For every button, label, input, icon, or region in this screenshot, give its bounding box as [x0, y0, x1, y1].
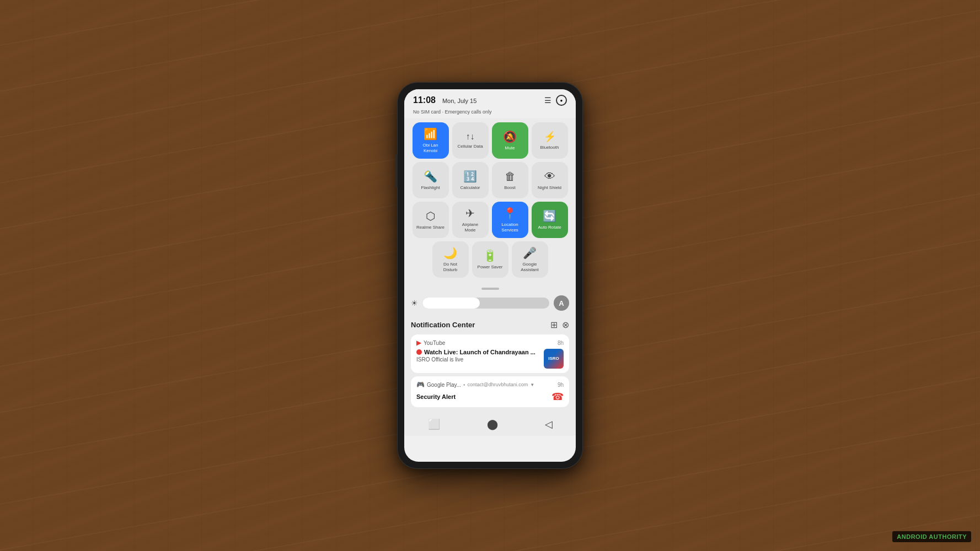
notif2-app-row: 🎮 Google Play... • contact@dhruvbhutani.…	[416, 381, 564, 388]
tile-googleassistant-label: GoogleAssistant	[521, 262, 538, 272]
notification-center: Notification Center ⊞ ⊗ ▶ YouTube 8h	[404, 314, 576, 414]
tile-calculator[interactable]: 🔢 Calculator	[452, 162, 489, 198]
notif-time-1: 8h	[558, 340, 564, 346]
nc-title: Notification Center	[411, 321, 475, 329]
notif-text-wrap-1: Watch Live: Launch of Chandrayaan ... IS…	[416, 349, 540, 363]
status-right-icons: ☰ ●	[544, 95, 567, 106]
tile-realmeshare[interactable]: ⬡ Realme Share	[413, 202, 449, 238]
recents-button[interactable]: ⬜	[428, 418, 440, 430]
notif-app-row: ▶ YouTube 8h	[416, 339, 564, 347]
notif-title-1: Watch Live: Launch of Chandrayaan ...	[416, 349, 540, 355]
brightness-track[interactable]	[422, 298, 549, 309]
security-action-icon[interactable]: ☎	[551, 391, 564, 403]
tile-donotdisturb-label: Do NotDisturb	[443, 262, 457, 272]
tile-cellular-label: Cellular Data	[457, 144, 483, 149]
mute-icon: 🔕	[503, 130, 517, 143]
settings-dot[interactable]: ●	[556, 95, 567, 106]
autorotate-icon: 🔄	[543, 209, 556, 223]
tile-boost[interactable]: 🗑 Boost	[492, 162, 528, 198]
phone-screen: 11:08 Mon, July 15 ☰ ● No SIM card · Eme…	[404, 89, 576, 462]
scroll-dot	[481, 288, 499, 290]
youtube-icon: ▶	[416, 339, 421, 347]
brightness-fill	[422, 298, 480, 309]
nc-list-icon[interactable]: ⊞	[550, 320, 558, 330]
notif-content-1: Watch Live: Launch of Chandrayaan ... IS…	[416, 349, 564, 369]
back-button[interactable]: ◁	[545, 418, 553, 430]
boost-icon: 🗑	[505, 170, 516, 183]
tile-location-label: LocationServices	[501, 222, 518, 233]
status-bar: 11:08 Mon, July 15 ☰ ●	[404, 89, 576, 108]
watermark-prefix: ANDROID	[897, 533, 927, 540]
donotdisturb-icon: 🌙	[443, 246, 457, 260]
nightshield-icon: 👁	[544, 170, 555, 183]
tile-bluetooth[interactable]: ⚡ Bluetooth	[532, 122, 568, 159]
auto-brightness-button[interactable]: A	[554, 295, 569, 311]
tile-location[interactable]: 📍 LocationServices	[492, 202, 528, 238]
notif2-separator: •	[463, 382, 465, 388]
quick-tiles-panel: 📶 Obi LanKenobi ↑↓ Cellular Data 🔕 Mute …	[404, 118, 576, 285]
scroll-indicator	[404, 285, 576, 292]
tile-flashlight[interactable]: 🔦 Flashlight	[413, 162, 449, 198]
googleassistant-icon: 🎤	[523, 246, 537, 260]
notif2-title: Security Alert	[416, 393, 456, 400]
youtube-label: YouTube	[424, 340, 445, 346]
notif2-title-row: Security Alert ☎	[416, 391, 564, 403]
notif-sub-1: ISRO Official is live	[416, 356, 540, 363]
nc-close-icon[interactable]: ⊗	[562, 320, 569, 330]
notif2-email: contact@dhruvbhutani.com	[468, 382, 528, 387]
brightness-bar[interactable]: ☀ A	[404, 292, 576, 314]
notif2-app-left: 🎮 Google Play... • contact@dhruvbhutani.…	[416, 381, 534, 388]
googleplay-icon: 🎮	[416, 381, 425, 388]
tile-cellular[interactable]: ↑↓ Cellular Data	[452, 122, 489, 159]
tile-mute[interactable]: 🔕 Mute	[492, 122, 528, 159]
tile-boost-label: Boost	[504, 185, 515, 191]
nc-header: Notification Center ⊞ ⊗	[411, 320, 569, 330]
menu-icon: ☰	[544, 96, 551, 105]
live-dot	[416, 349, 422, 355]
notif-title-text-1: Watch Live: Launch of Chandrayaan ...	[424, 349, 535, 355]
tile-autorotate[interactable]: 🔄 Auto Rotate	[532, 202, 568, 238]
status-date: Mon, July 15	[442, 98, 476, 104]
tiles-row-4: 🌙 Do NotDisturb 🔋 Power Saver 🎤 GoogleAs…	[410, 241, 570, 278]
tile-googleassistant[interactable]: 🎤 GoogleAssistant	[512, 241, 548, 278]
flashlight-icon: 🔦	[424, 170, 437, 183]
watermark: ANDROID AUTHORITY	[892, 531, 971, 542]
powersaver-icon: 🔋	[483, 249, 497, 262]
tile-airplanemode-label: AirplaneMode	[462, 222, 478, 233]
tile-calculator-label: Calculator	[460, 185, 480, 191]
brightness-icon: ☀	[411, 299, 418, 307]
notif-thumb-1: ISRO	[544, 349, 564, 369]
tile-bluetooth-label: Bluetooth	[540, 145, 559, 150]
wifi-icon: 📶	[424, 127, 437, 141]
sim-status: No SIM card · Emergency calls only	[404, 108, 576, 118]
notification-security[interactable]: 🎮 Google Play... • contact@dhruvbhutani.…	[411, 376, 569, 407]
cellular-icon: ↑↓	[466, 132, 475, 142]
tile-airplanemode[interactable]: ✈ AirplaneMode	[452, 202, 489, 238]
location-icon: 📍	[503, 207, 517, 220]
tile-autorotate-label: Auto Rotate	[538, 225, 561, 230]
tile-nightshield-label: Night Shield	[538, 185, 561, 191]
tile-powersaver[interactable]: 🔋 Power Saver	[472, 241, 508, 278]
phone-body: 11:08 Mon, July 15 ☰ ● No SIM card · Eme…	[398, 83, 582, 468]
tiles-row-2: 🔦 Flashlight 🔢 Calculator 🗑 Boost 👁 Nigh…	[410, 162, 570, 198]
tile-powersaver-label: Power Saver	[478, 264, 503, 270]
nc-actions: ⊞ ⊗	[550, 320, 569, 330]
home-button[interactable]: ⬤	[487, 418, 498, 430]
bluetooth-icon: ⚡	[544, 131, 556, 143]
tile-wifi-label: Obi LanKenobi	[422, 143, 438, 153]
calculator-icon: 🔢	[463, 170, 477, 183]
tile-flashlight-label: Flashlight	[421, 185, 440, 191]
tiles-row-3: ⬡ Realme Share ✈ AirplaneMode 📍 Location…	[410, 202, 570, 238]
navigation-bar: ⬜ ⬤ ◁	[404, 414, 576, 436]
notif-app-name: ▶ YouTube	[416, 339, 445, 347]
notif-time-2: 9h	[558, 382, 564, 388]
tile-mute-label: Mute	[505, 145, 515, 151]
notification-youtube[interactable]: ▶ YouTube 8h Watch Live: Launch of Chand…	[411, 334, 569, 373]
tile-donotdisturb[interactable]: 🌙 Do NotDisturb	[432, 241, 469, 278]
tiles-row-1: 📶 Obi LanKenobi ↑↓ Cellular Data 🔕 Mute …	[410, 122, 570, 159]
airplane-icon: ✈	[465, 207, 475, 220]
realmeshare-icon: ⬡	[426, 209, 435, 223]
watermark-suffix: AUTHORITY	[927, 533, 967, 540]
tile-wifi[interactable]: 📶 Obi LanKenobi	[413, 122, 449, 159]
tile-nightshield[interactable]: 👁 Night Shield	[532, 162, 568, 198]
